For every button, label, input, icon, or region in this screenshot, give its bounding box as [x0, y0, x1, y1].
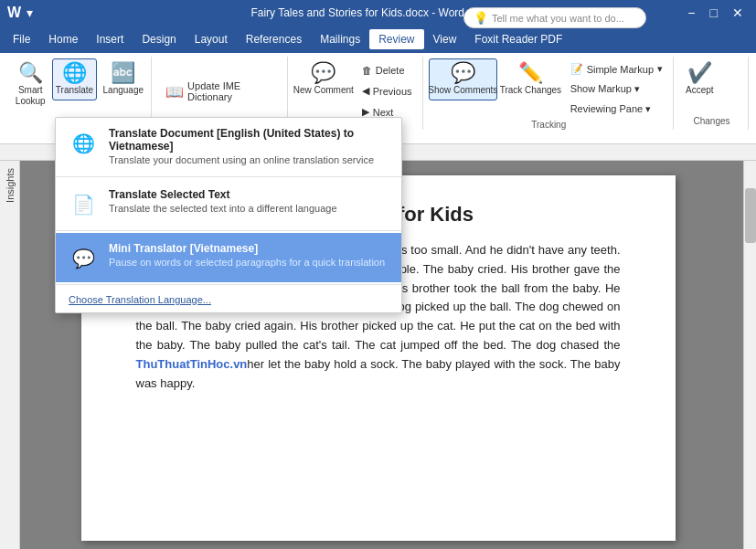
menu-references[interactable]: References — [237, 29, 311, 49]
title-bar-left: W ▾ — [7, 5, 33, 21]
translate-selected-text: Translate Selected Text Translate the se… — [109, 188, 337, 214]
update-dict-button[interactable]: 📖 Update IME Dictionary — [157, 77, 283, 106]
translate-dropdown: 🌐 Translate Document [English (United St… — [55, 117, 402, 313]
translate-selected-icon: 📄 — [69, 190, 98, 219]
tracking-group-label: Tracking — [429, 118, 669, 132]
smart-lookup-label: Smart Lookup — [16, 85, 46, 107]
track-changes-icon: ✏️ — [518, 63, 543, 83]
delete-comment-button[interactable]: 🗑 Delete — [356, 62, 419, 79]
translate-button[interactable]: 🌐 Translate — [52, 58, 98, 100]
track-changes-button[interactable]: ✏️ Track Changes — [499, 58, 562, 100]
mini-translator-text: Mini Translator [Vietnamese] Pause on wo… — [109, 242, 385, 268]
tracking-buttons: 💬 Show Comments ✏️ Track Changes 📝 Simpl… — [429, 58, 669, 118]
translate-icon: 🌐 — [62, 63, 87, 83]
update-dict-label: Update IME Dictionary — [187, 80, 275, 102]
menu-mailings[interactable]: Mailings — [311, 29, 369, 49]
dropdown-divider-3 — [56, 284, 401, 285]
comments-buttons: 💬 New Comment 🗑 Delete ◀ Previous ▶ Next — [293, 58, 419, 121]
dropdown-divider-2 — [56, 230, 401, 231]
language-icon: 🔤 — [111, 63, 135, 83]
tell-me-text: Tell me what you want to do... — [492, 13, 624, 24]
accept-button[interactable]: ✔️ Accept — [679, 58, 720, 100]
reviewing-pane-label: Reviewing Pane ▾ — [570, 103, 652, 115]
mini-translator-title: Mini Translator [Vietnamese] — [109, 242, 385, 255]
lightbulb-icon: 💡 — [474, 11, 488, 25]
menu-foxit[interactable]: Foxit Reader PDF — [465, 29, 571, 49]
delete-label: Delete — [376, 65, 405, 76]
dropdown-divider-1 — [56, 176, 401, 177]
changes-buttons: ✔️ Accept — [679, 58, 744, 114]
show-markup-button[interactable]: Show Markup ▾ — [564, 80, 669, 98]
comment-nav: 🗑 Delete ◀ Previous ▶ Next — [356, 62, 419, 121]
quick-access: ▾ — [27, 5, 33, 20]
translate-selected-item[interactable]: 📄 Translate Selected Text Translate the … — [56, 179, 401, 228]
minimize-button[interactable]: − — [682, 4, 700, 22]
translate-doc-text: Translate Document [English (United Stat… — [109, 127, 389, 165]
new-comment-label: New Comment — [293, 85, 354, 96]
update-dict-area: 📖 Update IME Dictionary — [157, 58, 283, 124]
choose-language-link[interactable]: Choose Translation Language... — [56, 287, 401, 312]
insights-label: Insights — [5, 168, 16, 203]
close-button[interactable]: ✕ — [727, 4, 749, 22]
new-comment-button[interactable]: 💬 New Comment — [293, 58, 354, 100]
show-comments-button[interactable]: 💬 Show Comments — [429, 58, 498, 100]
menu-view[interactable]: View — [424, 29, 466, 49]
markup-options: 📝 Simple Markup ▾ Show Markup ▾ Reviewin… — [564, 60, 669, 118]
smart-lookup-icon: 🔍 — [18, 63, 43, 83]
language-label: Language — [103, 85, 144, 96]
menu-review[interactable]: Review — [369, 29, 423, 49]
proofing-buttons: 🔍 Smart Lookup 🌐 Translate 🔤 Language — [11, 58, 147, 114]
reviewing-pane-button[interactable]: Reviewing Pane ▾ — [564, 100, 669, 118]
group-tracking: 💬 Show Comments ✏️ Track Changes 📝 Simpl… — [425, 57, 674, 130]
simple-markup-select[interactable]: 📝 Simple Markup ▾ — [564, 60, 669, 78]
group-changes: ✔️ Accept Changes — [676, 57, 749, 130]
previous-comment-button[interactable]: ◀ Previous — [356, 82, 419, 100]
menu-design[interactable]: Design — [133, 29, 185, 49]
accept-label: Accept — [686, 85, 714, 96]
show-comments-label: Show Comments — [428, 85, 497, 96]
watermark-text: ThuThuatTinHoc.vn — [136, 357, 248, 371]
markup-icon: 📝 — [570, 63, 583, 75]
translate-selected-title: Translate Selected Text — [109, 188, 337, 201]
new-comment-icon: 💬 — [311, 63, 335, 83]
window-controls: − □ ✕ — [682, 4, 749, 22]
mini-translator-item[interactable]: 💬 Mini Translator [Vietnamese] Pause on … — [56, 233, 401, 282]
mini-translator-desc: Pause on words or selected paragraphs fo… — [109, 257, 385, 268]
insights-sidebar[interactable]: Insights — [0, 161, 20, 549]
scrollbar-thumb[interactable] — [745, 188, 756, 243]
vertical-scrollbar[interactable] — [743, 161, 756, 549]
smart-lookup-button[interactable]: 🔍 Smart Lookup — [11, 58, 50, 111]
menu-insert[interactable]: Insert — [87, 29, 133, 49]
menu-home[interactable]: Home — [39, 29, 87, 49]
changes-group-label: Changes — [679, 114, 744, 128]
show-comments-icon: 💬 — [451, 63, 475, 83]
language-button[interactable]: 🔤 Language — [99, 58, 147, 100]
translate-selected-desc: Translate the selected text into a diffe… — [109, 203, 337, 214]
update-dict-icon: 📖 — [165, 83, 184, 100]
simple-markup-label: Simple Markup — [587, 64, 654, 75]
translate-doc-desc: Translate your document using an online … — [109, 154, 389, 165]
accept-icon: ✔️ — [687, 63, 712, 83]
translate-doc-title: Translate Document [English (United Stat… — [109, 127, 389, 153]
mini-translator-icon: 💬 — [69, 244, 98, 273]
maximize-button[interactable]: □ — [705, 4, 723, 22]
prev-icon: ◀ — [362, 85, 369, 97]
delete-icon: 🗑 — [362, 65, 372, 76]
next-label: Next — [373, 107, 394, 118]
translate-doc-item[interactable]: 🌐 Translate Document [English (United St… — [56, 118, 401, 174]
menu-bar: File Home Insert Design Layout Reference… — [0, 26, 756, 53]
show-markup-label: Show Markup ▾ — [570, 83, 640, 95]
app-icon: W — [7, 5, 21, 21]
translate-label: Translate — [56, 85, 93, 96]
dropdown-arrow-icon: ▾ — [657, 63, 663, 75]
track-changes-label: Track Changes — [500, 85, 561, 96]
translate-doc-icon: 🌐 — [69, 129, 98, 158]
tell-me-bar[interactable]: 💡 Tell me what you want to do... — [463, 7, 646, 28]
menu-layout[interactable]: Layout — [186, 29, 237, 49]
menu-file[interactable]: File — [4, 29, 39, 49]
previous-label: Previous — [373, 86, 412, 97]
